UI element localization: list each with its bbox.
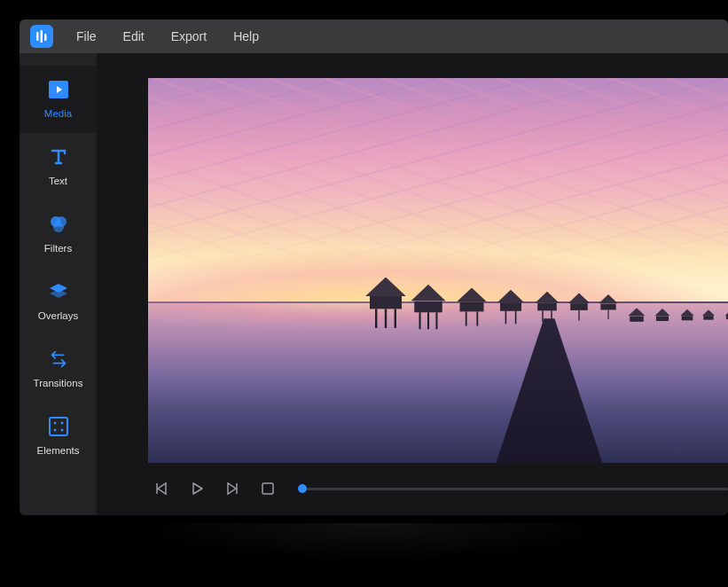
svg-point-7 bbox=[53, 222, 64, 232]
sidebar-item-transitions[interactable]: Transitions bbox=[20, 335, 97, 403]
svg-point-11 bbox=[53, 422, 56, 425]
sidebar-label: Media bbox=[44, 108, 72, 119]
prev-frame-button[interactable] bbox=[152, 479, 171, 498]
sidebar-label: Transitions bbox=[34, 378, 83, 388]
sidebar-item-media[interactable]: Media bbox=[20, 66, 97, 133]
menu-edit[interactable]: Edit bbox=[113, 26, 155, 47]
player-controls bbox=[148, 463, 728, 498]
main-area: Media Text Filters Overlays bbox=[20, 53, 728, 515]
preview-clouds bbox=[148, 78, 728, 278]
sidebar-item-filters[interactable]: Filters bbox=[20, 200, 97, 268]
svg-rect-1 bbox=[41, 30, 43, 43]
playhead[interactable] bbox=[298, 484, 307, 493]
overlays-icon bbox=[47, 280, 70, 303]
transitions-icon bbox=[47, 348, 70, 371]
svg-point-13 bbox=[53, 429, 56, 432]
menu-help[interactable]: Help bbox=[223, 26, 270, 47]
svg-marker-18 bbox=[228, 483, 236, 494]
text-icon bbox=[47, 145, 70, 168]
next-frame-button[interactable] bbox=[223, 479, 242, 498]
timeline-scrubber[interactable] bbox=[299, 488, 728, 490]
svg-point-12 bbox=[60, 422, 63, 425]
elements-icon bbox=[47, 415, 70, 438]
menu-file[interactable]: File bbox=[66, 26, 107, 47]
svg-point-14 bbox=[60, 429, 63, 432]
sidebar-item-text[interactable]: Text bbox=[20, 133, 97, 200]
svg-rect-10 bbox=[50, 418, 67, 435]
video-preview[interactable] bbox=[148, 78, 728, 463]
sidebar-label: Filters bbox=[44, 243, 72, 254]
svg-rect-2 bbox=[44, 34, 47, 41]
app-logo-icon[interactable] bbox=[30, 25, 53, 48]
sidebar-item-elements[interactable]: Elements bbox=[20, 403, 97, 470]
app-window: File Edit Export Help Media Text bbox=[20, 20, 728, 515]
svg-rect-0 bbox=[36, 32, 39, 41]
sidebar-label: Overlays bbox=[38, 310, 78, 321]
window-shadow bbox=[31, 523, 714, 576]
media-icon bbox=[47, 78, 70, 101]
stop-button[interactable] bbox=[258, 479, 278, 498]
menu-bar: File Edit Export Help bbox=[20, 20, 728, 53]
svg-marker-9 bbox=[50, 289, 67, 298]
play-button[interactable] bbox=[187, 479, 207, 498]
sidebar-label: Text bbox=[49, 176, 67, 186]
sidebar-label: Elements bbox=[37, 445, 80, 456]
filters-icon bbox=[47, 213, 70, 236]
sidebar-item-overlays[interactable]: Overlays bbox=[20, 268, 97, 335]
svg-marker-17 bbox=[193, 483, 202, 494]
svg-rect-20 bbox=[262, 483, 273, 494]
menu-export[interactable]: Export bbox=[160, 26, 217, 47]
content-area bbox=[97, 53, 728, 515]
svg-marker-15 bbox=[158, 483, 166, 494]
sidebar: Media Text Filters Overlays bbox=[20, 53, 97, 515]
